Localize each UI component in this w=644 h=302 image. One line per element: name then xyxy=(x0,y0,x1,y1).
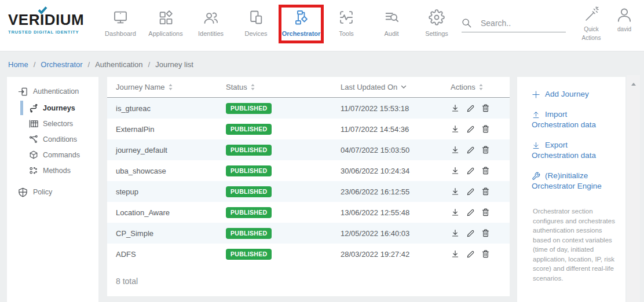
nav-item-devices[interactable]: Devices xyxy=(233,0,279,37)
status-badge: PUBLISHED xyxy=(226,103,272,114)
main-nav: Dashboard Applications Identities Device… xyxy=(98,0,459,43)
monitor-icon xyxy=(112,9,129,26)
breadcrumb-separator: / xyxy=(88,60,90,69)
sort-both-icon xyxy=(479,84,483,90)
delete-trash-icon[interactable] xyxy=(481,145,490,154)
sidebar-item-selectors[interactable]: Selectors xyxy=(7,116,98,131)
table-row: ExternalPin PUBLISHED 11/07/2022 14:54:3… xyxy=(107,119,510,139)
nav-label: Applications xyxy=(148,30,182,37)
table-row: uba_showcase PUBLISHED 30/06/2022 10:24:… xyxy=(107,160,510,181)
search-icon xyxy=(462,18,471,28)
delete-trash-icon[interactable] xyxy=(481,249,490,259)
status-badge: PUBLISHED xyxy=(226,165,272,176)
edit-pencil-icon[interactable] xyxy=(466,104,475,113)
download-icon[interactable] xyxy=(451,208,460,217)
edit-pencil-icon[interactable] xyxy=(466,187,475,196)
reinitialize-orchestrator-engine-button[interactable]: (Re)initialize Orchestrator Engine xyxy=(532,171,619,191)
route-icon xyxy=(29,104,38,113)
sidebar-item-commands[interactable]: Commands xyxy=(7,147,98,163)
delete-trash-icon[interactable] xyxy=(481,166,490,175)
download-icon[interactable] xyxy=(451,187,460,196)
sidebar-item-methods[interactable]: Methods xyxy=(7,163,98,178)
status-badge: PUBLISHED xyxy=(226,228,272,239)
edit-pencil-icon[interactable] xyxy=(466,167,475,175)
column-header-journey-name[interactable]: Journey Name xyxy=(107,83,226,91)
import-orchestration-data-button[interactable]: Import Orchestration data xyxy=(532,109,619,130)
orchestrator-description-text: Orchestrator section configures and orch… xyxy=(533,207,620,283)
top-bar: VERIDIUM TRUSTED DIGITAL IDENTITY Dashbo… xyxy=(0,0,644,51)
nav-label: Audit xyxy=(384,30,398,37)
breadcrumb-authentication: Authentication xyxy=(95,60,142,69)
download-icon[interactable] xyxy=(451,124,460,134)
nav-item-applications[interactable]: Applications xyxy=(143,0,188,37)
delete-trash-icon[interactable] xyxy=(481,124,490,134)
sidebar-item-conditions[interactable]: Conditions xyxy=(7,131,98,147)
download-icon[interactable] xyxy=(451,166,460,175)
nav-item-audit[interactable]: Audit xyxy=(369,0,414,37)
journey-name-cell: ADFS xyxy=(107,250,226,259)
download-icon[interactable] xyxy=(451,229,460,238)
journey-name-cell: stepup xyxy=(107,187,226,196)
vertical-scrollbar[interactable] xyxy=(627,75,640,302)
nav-item-tools[interactable]: Tools xyxy=(324,0,369,37)
scroll-up-arrow-icon[interactable] xyxy=(631,83,636,86)
last-updated-cell: 23/06/2022 16:12:55 xyxy=(341,187,451,196)
upload-icon xyxy=(532,111,540,119)
table-header-row: Journey Name Status Last Updated On Acti… xyxy=(107,77,510,98)
people-icon xyxy=(203,9,219,26)
sidebar-item-policy[interactable]: Policy xyxy=(7,183,98,201)
nav-item-orchestrator[interactable]: Orchestrator xyxy=(279,5,324,43)
wrench-icon xyxy=(532,172,540,181)
cube-icon xyxy=(29,150,38,160)
breadcrumb: Home / Orchestrator / Authentication / J… xyxy=(0,51,644,77)
sidebar-item-authentication[interactable]: Authentication xyxy=(7,83,98,100)
veridium-admin-page: { "brand": { "name": "VERIDIUM", "name_p… xyxy=(0,0,644,302)
sort-both-icon xyxy=(169,84,173,90)
add-journey-button[interactable]: Add Journey xyxy=(532,89,619,100)
sort-desc-icon xyxy=(401,85,407,89)
logo-wordmark: VERIDIUM xyxy=(8,11,85,29)
shield-icon xyxy=(18,187,28,197)
breadcrumb-orchestrator[interactable]: Orchestrator xyxy=(41,60,82,69)
export-orchestration-data-button[interactable]: Export Orchestration data xyxy=(532,140,619,161)
download-icon[interactable] xyxy=(451,104,460,113)
journey-name-cell: Location_Aware xyxy=(107,208,226,217)
search-input[interactable] xyxy=(481,19,559,28)
column-header-status[interactable]: Status xyxy=(226,83,341,91)
login-icon xyxy=(18,87,28,97)
edit-pencil-icon[interactable] xyxy=(466,229,475,238)
journey-name-cell: journey_default xyxy=(107,146,226,154)
table-icon xyxy=(29,119,38,128)
journey-name-cell: uba_showcase xyxy=(107,167,226,175)
delete-trash-icon[interactable] xyxy=(481,208,490,217)
edit-pencil-icon[interactable] xyxy=(466,146,475,154)
sidebar-item-journeys[interactable]: Journeys xyxy=(7,100,98,116)
delete-trash-icon[interactable] xyxy=(481,104,490,113)
breadcrumb-separator: / xyxy=(148,60,151,69)
journey-name-cell: is_gtureac xyxy=(107,104,226,113)
branch-icon xyxy=(29,135,38,144)
edit-pencil-icon[interactable] xyxy=(466,250,475,259)
sidebar-item-label: Methods xyxy=(43,167,71,175)
apps-icon xyxy=(158,9,174,26)
breadcrumb-home[interactable]: Home xyxy=(8,60,28,69)
user-menu[interactable]: david xyxy=(612,6,637,32)
edit-pencil-icon[interactable] xyxy=(466,208,475,217)
person-icon xyxy=(616,6,633,24)
delete-trash-icon[interactable] xyxy=(481,187,490,196)
column-header-last-updated-on[interactable]: Last Updated On xyxy=(341,83,451,91)
veridium-logo[interactable]: VERIDIUM TRUSTED DIGITAL IDENTITY xyxy=(8,11,85,35)
pulse-icon xyxy=(338,9,354,26)
edit-pencil-icon[interactable] xyxy=(466,125,475,134)
column-header-actions[interactable]: Actions xyxy=(451,83,483,91)
quick-actions-button[interactable]: Quick Actions xyxy=(575,6,608,42)
nav-item-dashboard[interactable]: Dashboard xyxy=(98,0,143,37)
download-icon[interactable] xyxy=(451,249,460,259)
logo-checkmark-icon xyxy=(38,6,47,14)
sidebar-item-label: Selectors xyxy=(43,120,73,128)
download-icon[interactable] xyxy=(451,145,460,154)
delete-trash-icon[interactable] xyxy=(481,229,490,238)
nav-item-identities[interactable]: Identities xyxy=(188,0,233,37)
nav-item-settings[interactable]: Settings xyxy=(414,0,459,37)
status-badge: PUBLISHED xyxy=(226,186,272,197)
